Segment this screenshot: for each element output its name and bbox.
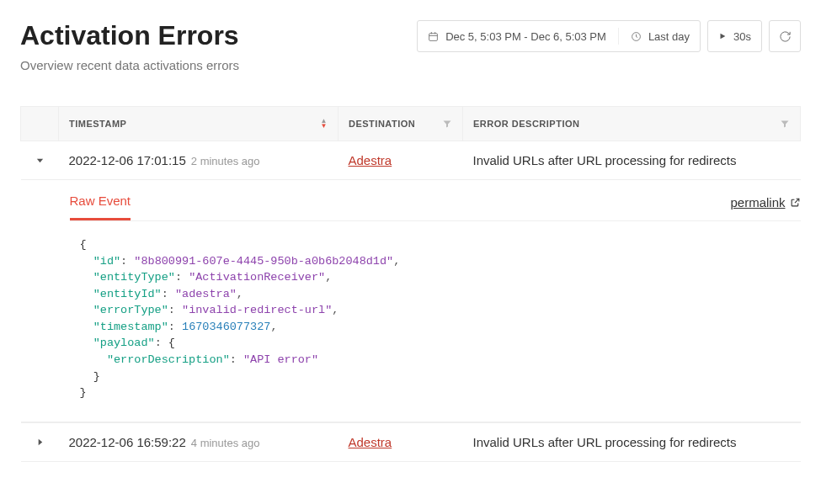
timestamp-cell: 2022-12-06 17:01:152 minutes ago bbox=[59, 141, 339, 180]
column-timestamp-label: TIMESTAMP bbox=[69, 119, 126, 129]
filter-icon[interactable] bbox=[780, 119, 790, 129]
error-description-cell: Invalid URLs after URL processing for re… bbox=[463, 141, 801, 180]
column-timestamp[interactable]: TIMESTAMP ▲ ▼ bbox=[59, 107, 339, 141]
timestamp-relative: 2 minutes ago bbox=[191, 155, 260, 167]
refresh-interval-text: 30s bbox=[733, 30, 751, 43]
table-row: 2022-12-06 17:01:152 minutes agoAdestraI… bbox=[21, 141, 801, 180]
filter-icon[interactable] bbox=[442, 119, 452, 129]
refresh-now-button[interactable] bbox=[769, 20, 801, 52]
auto-refresh-button[interactable]: 30s bbox=[707, 20, 762, 52]
svg-marker-5 bbox=[721, 34, 726, 40]
raw-event-json: { "id": "8b800991-607e-4445-950b-a0b6b20… bbox=[80, 236, 801, 401]
expand-toggle[interactable] bbox=[21, 422, 59, 461]
divider bbox=[618, 28, 619, 45]
refresh-icon bbox=[779, 30, 792, 43]
page-subtitle: Overview recent data activations errors bbox=[20, 58, 239, 72]
timestamp-value: 2022-12-06 16:59:22 bbox=[69, 435, 186, 449]
column-destination-label: DESTINATION bbox=[349, 119, 415, 129]
destination-cell: Adestra bbox=[339, 141, 463, 180]
play-icon bbox=[718, 32, 727, 40]
caret-right-icon bbox=[35, 438, 45, 447]
error-description-cell: Invalid URLs after URL processing for re… bbox=[463, 422, 801, 461]
tab-raw-event[interactable]: Raw Event bbox=[70, 194, 131, 220]
relative-range-text: Last day bbox=[648, 30, 690, 43]
column-error-description-label: ERROR DESCRIPTION bbox=[473, 119, 579, 129]
timestamp-cell: 2022-12-06 16:59:224 minutes ago bbox=[59, 422, 339, 461]
column-error-description[interactable]: ERROR DESCRIPTION bbox=[463, 107, 801, 141]
svg-marker-7 bbox=[38, 438, 42, 444]
column-destination[interactable]: DESTINATION bbox=[339, 107, 463, 141]
date-range-text: Dec 5, 5:03 PM - Dec 6, 5:03 PM bbox=[445, 30, 606, 43]
clock-icon bbox=[631, 31, 642, 42]
expand-toggle[interactable] bbox=[21, 141, 59, 180]
caret-down-icon bbox=[35, 156, 45, 165]
calendar-icon bbox=[428, 31, 439, 42]
date-range-picker[interactable]: Dec 5, 5:03 PM - Dec 6, 5:03 PM Last day bbox=[417, 20, 701, 52]
timestamp-relative: 4 minutes ago bbox=[191, 437, 260, 449]
svg-marker-6 bbox=[36, 159, 42, 163]
permalink-label: permalink bbox=[730, 195, 785, 210]
page-title: Activation Errors bbox=[20, 20, 239, 51]
column-expand bbox=[21, 107, 59, 141]
svg-rect-0 bbox=[429, 33, 438, 40]
destination-link[interactable]: Adestra bbox=[349, 153, 392, 167]
timestamp-value: 2022-12-06 17:01:15 bbox=[69, 153, 186, 167]
errors-table: TIMESTAMP ▲ ▼ DESTINATION ERROR DESCRIPT… bbox=[20, 106, 801, 462]
table-row: 2022-12-06 16:59:224 minutes agoAdestraI… bbox=[21, 422, 801, 461]
external-link-icon bbox=[790, 197, 801, 208]
destination-cell: Adestra bbox=[339, 422, 463, 461]
sort-icon[interactable]: ▲ ▼ bbox=[321, 119, 328, 129]
destination-link[interactable]: Adestra bbox=[349, 435, 392, 449]
toolbar: Dec 5, 5:03 PM - Dec 6, 5:03 PM Last day… bbox=[417, 20, 801, 52]
permalink-link[interactable]: permalink bbox=[730, 195, 800, 220]
row-detail: Raw Eventpermalink{ "id": "8b800991-607e… bbox=[21, 180, 801, 423]
sort-desc-icon: ▼ bbox=[321, 124, 328, 129]
